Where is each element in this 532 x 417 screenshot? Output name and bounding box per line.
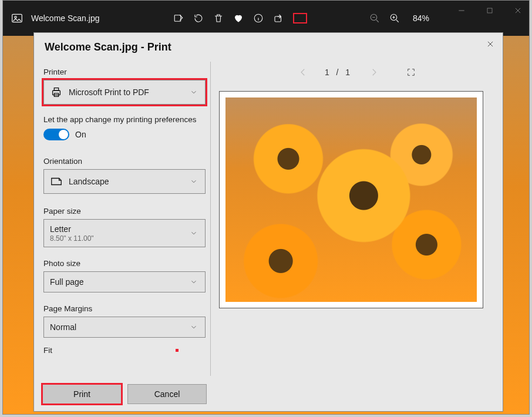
paper-size-value: Letter [50, 224, 94, 234]
dialog-close-icon[interactable] [486, 40, 494, 48]
svg-rect-2 [174, 15, 181, 22]
highlight-marker [176, 349, 179, 352]
printer-icon [50, 86, 63, 99]
edit-icon[interactable] [173, 13, 184, 23]
toggle-state-label: On [75, 130, 86, 139]
orientation-value: Landscape [69, 177, 109, 186]
paper-size-combobox[interactable]: Letter 8.50" x 11.00" [43, 219, 206, 247]
paper-size-label: Paper size [43, 207, 201, 216]
share-icon[interactable] [273, 13, 284, 23]
photos-app-icon [11, 12, 23, 24]
preview-image [225, 97, 477, 302]
printer-label: Printer [43, 68, 201, 76]
svg-point-1 [15, 16, 16, 18]
rotate-icon[interactable] [193, 13, 204, 23]
chevron-down-icon [190, 229, 198, 237]
zoom-controls: 84% [369, 13, 429, 23]
print-settings-pane: Printer Microsoft Print to PDF Let the a… [34, 58, 210, 411]
photo-size-value: Full page [50, 277, 84, 287]
zoom-value: 84% [413, 14, 429, 23]
printer-value: Microsoft Print to PDF [69, 88, 149, 97]
more-button[interactable] [293, 13, 307, 23]
file-name: Welcome Scan.jpg [31, 14, 99, 23]
window-controls [456, 5, 523, 16]
info-icon[interactable] [253, 13, 264, 23]
maximize-icon[interactable] [484, 5, 495, 16]
printer-combobox[interactable]: Microsoft Print to PDF [43, 80, 206, 105]
margins-combobox[interactable]: Normal [43, 317, 206, 338]
landscape-icon [50, 175, 63, 188]
margins-value: Normal [50, 322, 76, 332]
svg-rect-10 [487, 8, 492, 13]
next-page-icon[interactable] [369, 67, 379, 78]
print-preview-pane: 1 / 1 [211, 58, 503, 411]
svg-rect-12 [54, 88, 58, 91]
fullscreen-icon[interactable] [406, 68, 416, 77]
photo-size-label: Photo size [43, 259, 201, 268]
app-window: Welcome Scan.jpg 84% Welcome Scan.jpg - … [2, 0, 530, 415]
chevron-down-icon [190, 177, 198, 186]
minimize-icon[interactable] [456, 5, 467, 16]
paper-size-sub: 8.50" x 11.00" [50, 234, 94, 243]
svg-rect-11 [53, 90, 60, 95]
chevron-down-icon [190, 278, 198, 286]
preferences-text: Let the app change my printing preferenc… [43, 115, 201, 124]
photo-size-combobox[interactable]: Full page [43, 271, 206, 292]
delete-icon[interactable] [213, 13, 224, 23]
chevron-down-icon [190, 88, 198, 96]
dialog-title: Welcome Scan.jpg - Print [34, 33, 503, 58]
margins-label: Page Margins [43, 304, 201, 313]
preview-sheet [219, 91, 483, 308]
dialog-footer: Print Cancel [42, 384, 207, 404]
preferences-toggle[interactable] [43, 129, 69, 140]
print-button[interactable]: Print [42, 384, 122, 404]
preview-toolbar: 1 / 1 [211, 58, 503, 86]
page-indicator: 1 / 1 [325, 68, 352, 77]
prev-page-icon[interactable] [298, 67, 308, 78]
cancel-button[interactable]: Cancel [127, 384, 207, 404]
zoom-out-icon[interactable] [369, 13, 380, 23]
close-icon[interactable] [513, 5, 523, 16]
title-bar: Welcome Scan.jpg 84% [3, 1, 529, 36]
fit-label: Fit [43, 346, 52, 355]
main-toolbar [173, 13, 307, 23]
orientation-combobox[interactable]: Landscape [43, 169, 206, 194]
orientation-label: Orientation [43, 157, 201, 166]
chevron-down-icon [190, 323, 198, 331]
favorite-icon[interactable] [233, 13, 244, 23]
zoom-in-icon[interactable] [389, 13, 400, 23]
print-dialog: Welcome Scan.jpg - Print Printer Microso… [33, 32, 503, 412]
